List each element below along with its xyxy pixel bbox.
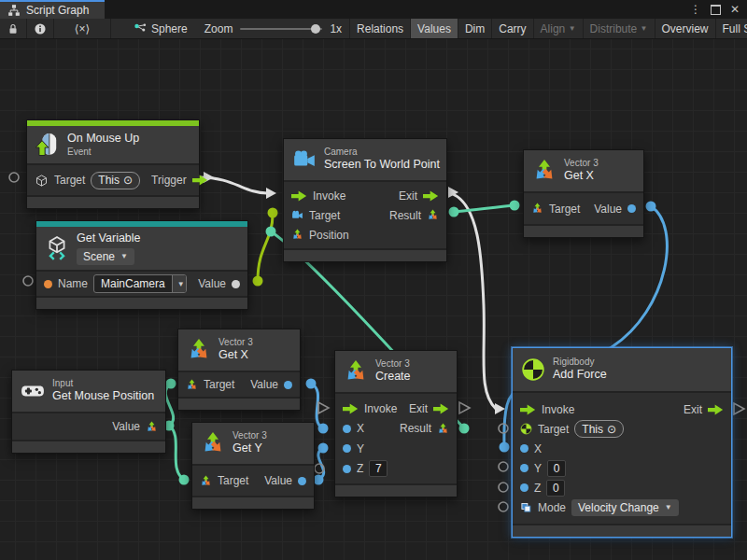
dot-create-y[interactable] bbox=[318, 443, 329, 454]
vector3-port-icon[interactable] bbox=[186, 379, 198, 391]
wire-variable-to-camera-target[interactable] bbox=[258, 215, 273, 281]
maximize-icon[interactable] bbox=[711, 5, 721, 15]
camera-port-icon[interactable] bbox=[291, 209, 303, 221]
dot-camera-target[interactable] bbox=[268, 208, 278, 218]
node-get-x-top[interactable]: Vector 3 Get X Target Value bbox=[523, 149, 644, 238]
code-view-button[interactable]: ⟨×⟩ bbox=[54, 19, 111, 38]
node-get-x-mid[interactable]: Vector 3 Get X Target Value bbox=[177, 329, 301, 411]
vector3-port-icon[interactable] bbox=[146, 421, 158, 433]
invoke-port-icon[interactable] bbox=[291, 190, 307, 202]
graph-canvas[interactable]: On Mouse Up Event Target This⊙ Trigger bbox=[0, 39, 747, 560]
exit-port-icon[interactable] bbox=[708, 404, 724, 415]
carry-button[interactable]: Carry bbox=[492, 19, 533, 38]
float-port[interactable] bbox=[298, 477, 306, 485]
overview-button[interactable]: Overview bbox=[655, 19, 716, 38]
dot-gety-value[interactable] bbox=[314, 475, 324, 485]
dot-addforce-x[interactable] bbox=[500, 442, 510, 453]
node-header: Input Get Mouse Position bbox=[12, 371, 165, 412]
value-label: Value bbox=[250, 378, 278, 391]
node-screen-to-world-point[interactable]: Camera Screen To World Point Invoke Exit… bbox=[283, 138, 447, 262]
dot-create-x[interactable] bbox=[318, 424, 329, 434]
float-port[interactable] bbox=[520, 483, 529, 492]
wire-mousepos-to-gety-target[interactable] bbox=[169, 426, 184, 480]
node-header: Vector 3 Get X bbox=[178, 329, 300, 371]
dot-getxmid-value[interactable] bbox=[306, 379, 317, 389]
port-addforce-z[interactable] bbox=[499, 483, 508, 492]
float-port[interactable] bbox=[627, 204, 636, 213]
dot-getxtop-target[interactable] bbox=[510, 201, 520, 211]
invoke-port-icon[interactable] bbox=[343, 403, 359, 414]
tab-script-graph[interactable]: Script Graph bbox=[0, 0, 105, 19]
invoke-port-icon[interactable] bbox=[520, 404, 536, 415]
float-port[interactable] bbox=[520, 444, 529, 453]
target-self-picker[interactable]: This⊙ bbox=[91, 172, 140, 189]
z-value-input[interactable]: 7 bbox=[369, 460, 388, 477]
float-port[interactable] bbox=[520, 464, 529, 472]
align-button[interactable]: Align ▼ bbox=[534, 19, 584, 38]
distribute-button[interactable]: Distribute ▼ bbox=[584, 19, 655, 38]
port-onmouseup-target[interactable] bbox=[9, 173, 19, 182]
vector3-port-icon[interactable] bbox=[437, 423, 449, 435]
full-screen-button[interactable]: Full Screen bbox=[716, 19, 747, 38]
port-addforce-exit[interactable] bbox=[734, 403, 744, 414]
y-value-input[interactable]: 0 bbox=[547, 460, 566, 477]
node-get-variable[interactable]: Get Variable Scene▼ Name MainCamera▼ Val… bbox=[35, 220, 248, 310]
node-on-mouse-up[interactable]: On Mouse Up Event Target This⊙ Trigger bbox=[26, 119, 200, 209]
float-port[interactable] bbox=[343, 425, 351, 433]
relations-button[interactable]: Relations bbox=[350, 19, 411, 38]
dot-getvariable-value[interactable] bbox=[253, 276, 263, 287]
close-icon[interactable]: ✕ bbox=[730, 4, 740, 15]
node-get-mouse-position[interactable]: Input Get Mouse Position Value bbox=[11, 370, 166, 454]
node-create-vector3[interactable]: Vector 3 Create Invoke Exit X Result bbox=[334, 350, 458, 497]
dot-gety-target[interactable] bbox=[179, 475, 190, 485]
float-port[interactable] bbox=[284, 381, 292, 389]
info-button[interactable] bbox=[27, 19, 54, 38]
dot-camera-result[interactable] bbox=[449, 207, 459, 217]
variable-scope-dropdown[interactable]: Scene▼ bbox=[77, 248, 134, 265]
dot-getxtop-value[interactable] bbox=[646, 202, 656, 212]
wire-mousepos-to-getx-target[interactable] bbox=[165, 384, 173, 426]
vector3-port-icon[interactable] bbox=[427, 209, 439, 221]
flow-marker-in-camera-invoke[interactable] bbox=[266, 188, 276, 199]
dot-create-result[interactable] bbox=[459, 424, 470, 434]
port-create-invoke[interactable] bbox=[318, 402, 329, 413]
vector3-port-icon[interactable] bbox=[200, 475, 212, 487]
exit-port-icon[interactable] bbox=[423, 190, 439, 202]
float-port[interactable] bbox=[343, 444, 351, 453]
vector3-port-icon[interactable] bbox=[291, 229, 303, 241]
float-port[interactable] bbox=[343, 465, 351, 473]
port-getvariable-name[interactable] bbox=[23, 276, 33, 286]
dot-getxmid-target[interactable] bbox=[166, 379, 176, 389]
flow-marker-in-addforce-invoke[interactable] bbox=[495, 403, 505, 414]
zoom-slider-knob[interactable] bbox=[311, 24, 320, 34]
lock-button[interactable] bbox=[0, 19, 27, 38]
node-add-force[interactable]: Rigidbody Add Force Invoke Exit Target T… bbox=[512, 347, 732, 538]
object-port[interactable] bbox=[232, 280, 240, 288]
menu-icon[interactable]: ⋮ bbox=[690, 4, 701, 15]
string-port[interactable] bbox=[44, 280, 52, 288]
z-value-input[interactable]: 0 bbox=[546, 480, 565, 497]
node-title: Get Variable bbox=[77, 231, 141, 246]
rigidbody-port-icon[interactable] bbox=[520, 423, 532, 435]
port-addforce-mode[interactable] bbox=[499, 502, 508, 511]
variable-name-dropdown[interactable]: MainCamera▼ bbox=[93, 274, 187, 293]
port-create-exit[interactable] bbox=[459, 402, 470, 413]
target-self-picker[interactable]: This⊙ bbox=[574, 420, 624, 438]
zoom-slider[interactable] bbox=[240, 28, 322, 30]
wire-exit-to-addforce-invoke[interactable] bbox=[453, 194, 496, 409]
enum-port-icon[interactable] bbox=[520, 501, 532, 513]
dim-button[interactable]: Dim bbox=[458, 19, 492, 38]
cube-icon bbox=[35, 174, 49, 188]
y-label: Y bbox=[534, 462, 542, 475]
flow-port-icon[interactable] bbox=[192, 175, 208, 186]
graph-reference[interactable]: Sphere bbox=[124, 19, 197, 38]
wire-trigger-to-invoke[interactable] bbox=[200, 177, 267, 193]
dot-camera-position[interactable] bbox=[266, 227, 276, 237]
wire-result-to-getx-target[interactable] bbox=[454, 205, 514, 212]
port-addforce-y[interactable] bbox=[499, 462, 508, 471]
values-button[interactable]: Values bbox=[411, 19, 458, 38]
exit-port-icon[interactable] bbox=[433, 403, 449, 414]
node-get-y[interactable]: Vector 3 Get Y Target Value bbox=[191, 422, 315, 510]
vector3-port-icon[interactable] bbox=[531, 203, 543, 215]
mode-dropdown[interactable]: Velocity Change▼ bbox=[571, 499, 679, 516]
